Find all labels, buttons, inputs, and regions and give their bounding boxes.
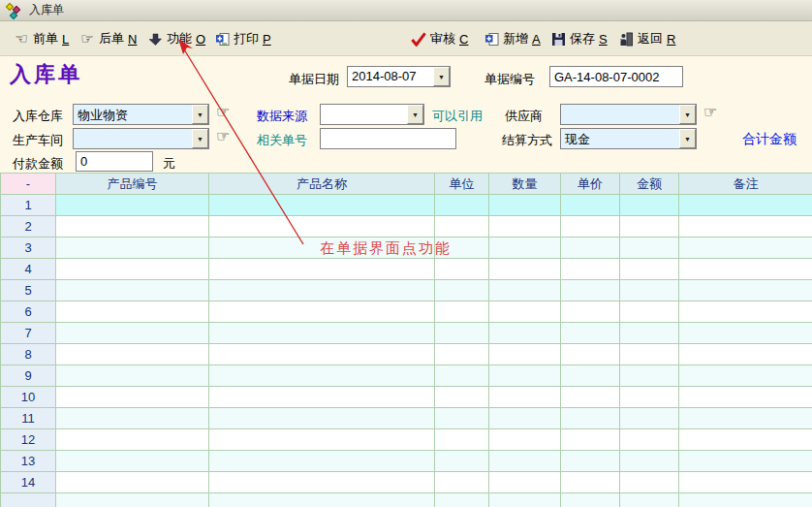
related-no-input[interactable] [320, 128, 456, 149]
table-cell[interactable] [489, 451, 561, 472]
table-cell[interactable] [435, 365, 489, 387]
table-cell[interactable] [435, 472, 489, 493]
table-cell[interactable] [56, 493, 209, 507]
table-cell[interactable] [56, 259, 209, 280]
chevron-down-icon[interactable]: ▼ [192, 105, 208, 124]
table-cell[interactable] [620, 472, 679, 493]
table-cell[interactable] [679, 472, 812, 493]
table-cell[interactable] [56, 451, 209, 472]
table-cell[interactable] [435, 451, 489, 472]
table-cell[interactable] [435, 408, 489, 429]
table-cell[interactable] [679, 216, 812, 238]
grid-column-header[interactable]: 单价 [561, 174, 620, 195]
table-cell[interactable] [489, 323, 561, 344]
doc-date-combo[interactable]: 2014-08-07 ▼ [347, 66, 451, 87]
workshop-combo[interactable]: ▼ [73, 128, 209, 149]
table-cell[interactable] [679, 387, 812, 408]
table-cell[interactable] [620, 408, 679, 429]
row-number[interactable]: 10 [1, 387, 56, 408]
warehouse-picker-hand-icon[interactable]: ☞ [216, 105, 230, 120]
table-cell[interactable] [56, 195, 209, 216]
row-number[interactable]: 7 [1, 323, 56, 344]
table-cell[interactable] [209, 216, 435, 238]
table-cell[interactable] [435, 216, 489, 238]
table-cell[interactable] [435, 238, 489, 259]
table-cell[interactable] [620, 301, 679, 323]
settlement-combo[interactable]: 现金 ▼ [560, 128, 697, 149]
table-cell[interactable] [435, 301, 489, 323]
chevron-down-icon[interactable]: ▼ [192, 129, 208, 148]
table-cell[interactable] [489, 195, 561, 216]
chevron-down-icon[interactable]: ▼ [679, 129, 696, 148]
table-cell[interactable] [489, 472, 561, 493]
table-cell[interactable] [56, 323, 209, 344]
table-cell[interactable] [435, 280, 489, 301]
payment-input[interactable] [76, 151, 153, 172]
table-cell[interactable] [679, 195, 812, 216]
table-cell[interactable] [561, 429, 620, 451]
grid-column-header[interactable]: 产品编号 [56, 174, 209, 195]
table-cell[interactable] [620, 195, 679, 216]
grid-column-header[interactable]: 单位 [435, 174, 489, 195]
row-number[interactable]: 13 [1, 451, 56, 472]
table-cell[interactable] [620, 323, 679, 344]
table-cell[interactable] [56, 301, 209, 323]
table-cell[interactable] [489, 280, 561, 301]
table-cell[interactable] [435, 387, 489, 408]
table-cell[interactable] [679, 323, 812, 344]
table-cell[interactable] [489, 238, 561, 259]
table-cell[interactable] [561, 344, 620, 365]
table-cell[interactable] [679, 259, 812, 280]
table-cell[interactable] [679, 451, 812, 472]
workshop-picker-hand-icon[interactable]: ☞ [216, 129, 230, 144]
grid-column-header[interactable]: 产品名称 [209, 174, 435, 195]
table-cell[interactable] [620, 451, 679, 472]
table-cell[interactable] [56, 408, 209, 429]
table-cell[interactable] [209, 472, 435, 493]
row-number[interactable]: 4 [1, 259, 56, 280]
table-cell[interactable] [56, 365, 209, 387]
supplier-picker-hand-icon[interactable]: ☞ [703, 105, 717, 120]
supplier-combo[interactable]: ▼ [560, 104, 697, 125]
table-cell[interactable] [209, 451, 435, 472]
table-cell[interactable] [679, 429, 812, 451]
table-cell[interactable] [489, 493, 561, 507]
table-cell[interactable] [209, 387, 435, 408]
table-cell[interactable] [620, 429, 679, 451]
table-cell[interactable] [56, 216, 209, 238]
table-cell[interactable] [679, 238, 812, 259]
table-cell[interactable] [435, 323, 489, 344]
prev-doc-button[interactable]: ☜ 前单L [14, 27, 69, 50]
grid-column-header[interactable]: 数量 [489, 174, 561, 195]
table-cell[interactable] [209, 323, 435, 344]
function-button[interactable]: 功能O [147, 27, 205, 50]
table-cell[interactable] [209, 365, 435, 387]
table-cell[interactable] [489, 387, 561, 408]
table-cell[interactable] [620, 344, 679, 365]
warehouse-combo[interactable]: 物业物资 ▼ [73, 104, 209, 125]
save-button[interactable]: 保存S [550, 27, 608, 50]
table-cell[interactable] [679, 365, 812, 387]
table-cell[interactable] [620, 216, 679, 238]
table-cell[interactable] [435, 259, 489, 280]
table-cell[interactable] [209, 238, 435, 259]
data-source-combo[interactable]: ▼ [320, 104, 424, 125]
table-cell[interactable] [679, 344, 812, 365]
table-cell[interactable] [209, 259, 435, 280]
table-cell[interactable] [561, 259, 620, 280]
row-number[interactable]: 9 [1, 365, 56, 387]
table-cell[interactable] [489, 301, 561, 323]
table-cell[interactable] [561, 280, 620, 301]
table-cell[interactable] [435, 344, 489, 365]
row-number[interactable]: 11 [1, 408, 56, 429]
table-cell[interactable] [561, 472, 620, 493]
table-cell[interactable] [679, 493, 812, 507]
table-cell[interactable] [561, 365, 620, 387]
table-cell[interactable] [56, 238, 209, 259]
table-cell[interactable] [561, 238, 620, 259]
next-doc-button[interactable]: ☞ 后单N [79, 27, 137, 50]
table-cell[interactable] [209, 408, 435, 429]
table-cell[interactable] [489, 365, 561, 387]
return-button[interactable]: 返回R [618, 27, 675, 50]
table-cell[interactable] [561, 387, 620, 408]
